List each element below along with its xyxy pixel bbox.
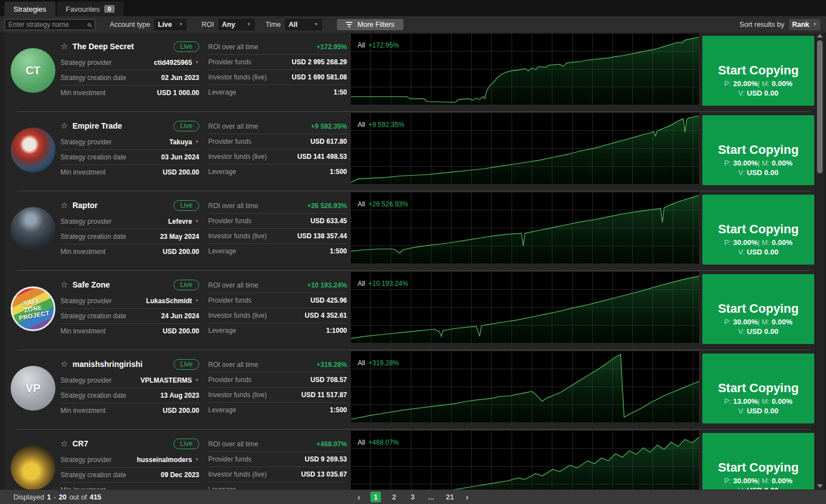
strategy-row: CT ☆ The Deep Secret Live Strategy provi…: [4, 32, 815, 112]
investor-funds-label: Investor funds (live): [208, 232, 267, 240]
provider-value[interactable]: VPLMASTERMS▼: [140, 376, 199, 384]
leverage-value: 1:50: [334, 88, 347, 96]
start-copying-button[interactable]: Start Copying P: 30.00%| M: 0.00% V: USD…: [702, 433, 814, 489]
pagination-page-2[interactable]: 2: [389, 492, 400, 502]
strategy-info-block: ☆ Raptor Live Strategy provider Lefevre▼…: [60, 197, 199, 259]
pagination-prev[interactable]: ‹: [355, 492, 363, 502]
start-copying-button[interactable]: Start Copying P: 30.00%| M: 0.00% V: USD…: [702, 195, 814, 265]
scroll-down-arrow-icon[interactable]: [817, 484, 823, 488]
pagination-next[interactable]: ›: [463, 492, 471, 502]
favourites-count-badge: 0: [104, 5, 114, 13]
tab-bar: Strategies Favourites 0: [0, 0, 826, 16]
provider-value[interactable]: ctid4925965▼: [154, 59, 199, 67]
live-badge: Live: [173, 439, 199, 449]
fees-line: P: 20.00%| M: 0.00%: [702, 79, 814, 88]
provider-funds-label: Provider funds: [208, 138, 251, 145]
favourite-star-icon[interactable]: ☆: [60, 121, 68, 131]
pagination-page-21[interactable]: 21: [444, 492, 456, 502]
provider-funds-value: USD 2 995 268.29: [292, 58, 347, 66]
start-copying-button[interactable]: Start Copying P: 20.00%| M: 0.00% V: USD…: [702, 36, 814, 106]
min-investment-label: Min investment: [60, 407, 106, 414]
strategy-name: Raptor: [72, 201, 97, 210]
search-input[interactable]: [8, 21, 87, 29]
strategy-row: Safe Zone Project ☆ Safe Zone Live Strat…: [4, 271, 815, 350]
scrollbar-thumb[interactable]: [817, 40, 823, 173]
roi-chart: All+26 526.93%: [351, 192, 699, 264]
creation-date-label: Strategy creation date: [60, 392, 126, 399]
main-area: CT ☆ The Deep Secret Live Strategy provi…: [0, 32, 826, 489]
tab-favourites[interactable]: Favourites 0: [57, 2, 124, 16]
pagination-page-1[interactable]: 1: [370, 492, 381, 502]
investor-funds-label: Investor funds (live): [208, 73, 267, 81]
footer: Displayed 1 - 20 out of 415 ‹ 123...21 ›: [0, 489, 826, 504]
pagination-page-3[interactable]: 3: [407, 492, 418, 502]
strategy-stats-block: ROI over all time +9 592.35% Provider fu…: [208, 119, 347, 179]
start-copying-label: Start Copying: [702, 143, 814, 157]
chart-range-label: All: [358, 280, 365, 288]
provider-funds-label: Provider funds: [208, 296, 251, 304]
provider-value[interactable]: husseinalmoders▼: [137, 456, 199, 464]
account-type-select[interactable]: Live▼: [154, 19, 186, 30]
scroll-up-arrow-icon[interactable]: [817, 34, 823, 37]
min-investment-value: USD 1 000.00: [157, 89, 199, 97]
chevron-down-icon: ▼: [195, 298, 199, 303]
chevron-down-icon: ▼: [813, 22, 817, 27]
roi-value: +468.07%: [317, 440, 347, 448]
time-select[interactable]: All▼: [285, 19, 322, 30]
creation-date-label: Strategy creation date: [60, 471, 126, 479]
roi-chart: All+10 193.24%: [351, 272, 699, 343]
creation-date-value: 13 Aug 2023: [160, 392, 199, 399]
start-copying-button[interactable]: Start Copying P: 30.00%| M: 0.00% V: USD…: [702, 274, 814, 344]
favourite-star-icon[interactable]: ☆: [60, 41, 68, 51]
sort-select[interactable]: Rank▼: [789, 19, 821, 30]
chart-label: All+172.95%: [358, 41, 399, 49]
strategy-search: ⌕: [4, 19, 95, 30]
leverage-value: 1:500: [330, 406, 347, 414]
volume-line: V: USD 0.00: [702, 327, 814, 336]
scrollbar[interactable]: [816, 32, 824, 489]
provider-label: Strategy provider: [60, 59, 111, 67]
search-icon[interactable]: ⌕: [87, 20, 91, 29]
strategy-name: Safe Zone: [72, 280, 110, 289]
investor-funds-label: Investor funds (live): [208, 153, 267, 161]
roi-label: ROI over all time: [208, 281, 258, 289]
roi-label: ROI over all time: [208, 123, 258, 130]
start-copying-button[interactable]: Start Copying P: 13.00%| M: 0.00% V: USD…: [702, 354, 814, 423]
chevron-down-icon: ▼: [309, 22, 318, 27]
start-copying-label: Start Copying: [702, 381, 814, 395]
provider-value[interactable]: Lefevre▼: [168, 218, 199, 225]
favourite-star-icon[interactable]: ☆: [60, 280, 68, 290]
start-copying-label: Start Copying: [702, 63, 814, 78]
provider-value[interactable]: Takuya▼: [170, 138, 199, 146]
leverage-value: 1:500: [330, 168, 347, 176]
chart-roi-value: +10 193.24%: [368, 280, 408, 288]
strategy-info-block: ☆ manishshringirishi Live Strategy provi…: [60, 356, 199, 418]
start-copying-label: Start Copying: [702, 222, 814, 237]
fees-line: P: 30.00%| M: 0.00%: [702, 158, 814, 168]
roi-select[interactable]: Any▼: [219, 19, 255, 30]
favourite-star-icon[interactable]: ☆: [60, 200, 68, 210]
favourite-star-icon[interactable]: ☆: [60, 439, 68, 449]
roi-chart: All+468.07%: [351, 431, 699, 489]
provider-funds-value: USD 425.96: [311, 296, 347, 304]
provider-funds-value: USD 9 269.53: [305, 455, 347, 463]
leverage-label: Leverage: [208, 88, 236, 96]
chart-range-label: All: [358, 359, 365, 367]
tab-strategies[interactable]: Strategies: [4, 2, 55, 16]
tab-favourites-label: Favourites: [66, 5, 100, 13]
chart-roi-value: +9 592.35%: [368, 121, 404, 129]
provider-label: Strategy provider: [60, 376, 111, 384]
volume-line: V: USD 0.00: [702, 88, 814, 98]
investor-funds-label: Investor funds (live): [208, 391, 267, 399]
start-copying-button[interactable]: Start Copying P: 30.00%| M: 0.00% V: USD…: [702, 115, 814, 185]
live-badge: Live: [173, 200, 199, 211]
live-badge: Live: [173, 280, 199, 290]
favourite-star-icon[interactable]: ☆: [60, 359, 68, 369]
investor-funds-value: USD 1 690 581.08: [292, 73, 347, 81]
strategy-list: CT ☆ The Deep Secret Live Strategy provi…: [4, 32, 815, 489]
pagination-pages: 123...21: [370, 492, 456, 502]
chart-roi-value: +319.28%: [368, 359, 398, 367]
more-filters-button[interactable]: More Filters: [337, 19, 403, 30]
provider-value[interactable]: LukasSchmidt▼: [146, 297, 199, 305]
avatar: Safe Zone Project: [11, 286, 55, 331]
